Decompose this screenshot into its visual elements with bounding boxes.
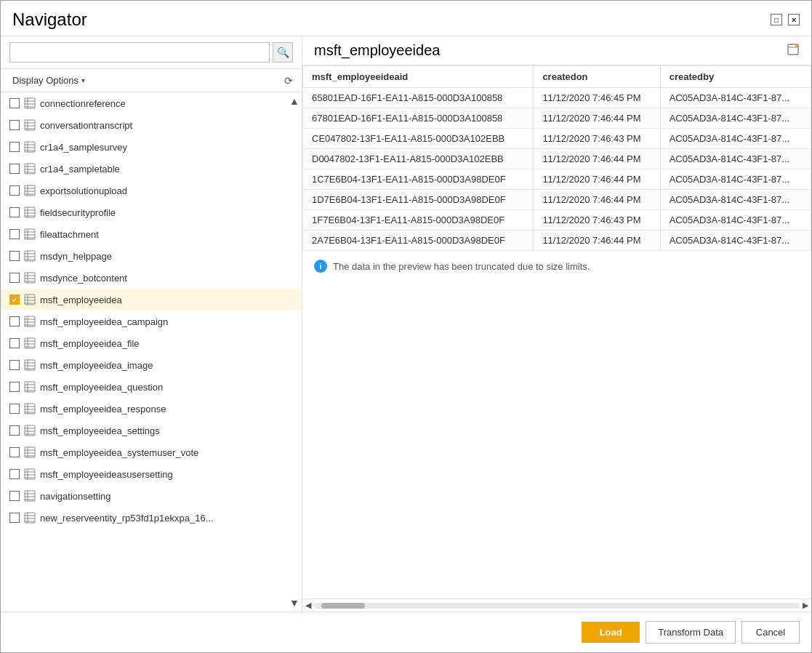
table-icon	[24, 119, 36, 131]
preview-title: msft_employeeidea	[314, 42, 440, 59]
display-options-bar: Display Options ▾ ⟳	[1, 69, 302, 92]
list-item[interactable]: msft_employeeidea_systemuser_vote	[1, 441, 302, 463]
list-item[interactable]: cr1a4_samplesurvey	[1, 136, 302, 158]
table-cell-createdby: AC05AD3A-814C-43F1-87...	[660, 210, 811, 231]
list-item-checkbox[interactable]	[9, 251, 20, 261]
h-scrollbar-track	[314, 603, 800, 609]
list-item[interactable]: fileattachment	[1, 223, 302, 245]
table-icon	[24, 228, 36, 240]
list-item[interactable]: msft_employeeidea	[1, 289, 302, 311]
list-item-name: new_reserveentity_rp53fd1p1ekxpa_16...	[40, 513, 214, 524]
list-item[interactable]: navigationsetting	[1, 485, 302, 507]
list-item-name: msft_employeeidea_question	[40, 382, 163, 393]
table-cell-msft_employeeideaid: CE047802-13F1-EA11-A815-000D3A102EBB	[303, 129, 534, 149]
table-cell-createdon: 11/12/2020 7:46:44 PM	[534, 149, 660, 169]
preview-table: msft_employeeideaidcreatedoncreatedby 65…	[302, 65, 811, 251]
list-item-checkbox[interactable]	[9, 404, 20, 414]
list-item[interactable]: msft_employeeidea_settings	[1, 420, 302, 441]
search-icon: 🔍	[277, 47, 289, 58]
load-button[interactable]: Load	[582, 622, 640, 643]
list-item-checkbox[interactable]	[9, 207, 20, 217]
h-scrollbar-thumb[interactable]	[321, 603, 365, 609]
list-item-checkbox[interactable]	[9, 229, 20, 239]
list-item[interactable]: msft_employeeidea_response	[1, 398, 302, 420]
table-cell-msft_employeeideaid: 1F7E6B04-13F1-EA11-A815-000D3A98DE0F	[303, 210, 534, 231]
restore-button[interactable]: □	[771, 14, 782, 25]
title-bar: Navigator □ ✕	[1, 1, 811, 36]
h-scroll-left-arrow[interactable]: ◀	[305, 601, 311, 610]
list-item[interactable]: msdyn_helppage	[1, 245, 302, 267]
table-header-createdon: createdon	[534, 66, 660, 88]
list-item-checkbox[interactable]	[9, 513, 20, 523]
list-item-checkbox[interactable]	[9, 142, 20, 152]
list-item[interactable]: msdynce_botcontent	[1, 267, 302, 289]
table-header-msft_employeeideaid: msft_employeeideaid	[303, 66, 534, 88]
list-item-name: conversationtranscript	[40, 120, 132, 131]
display-options-button[interactable]: Display Options ▾	[9, 73, 88, 87]
table-cell-createdon: 11/12/2020 7:46:44 PM	[534, 190, 660, 210]
scroll-down-button[interactable]: ▼	[289, 597, 300, 609]
list-item-checkbox[interactable]	[9, 469, 20, 479]
search-input[interactable]	[9, 42, 270, 63]
list-item-checkbox[interactable]	[9, 185, 20, 196]
list-item[interactable]: msft_employeeidea_image	[1, 354, 302, 376]
table-cell-msft_employeeideaid: 2A7E6B04-13F1-EA11-A815-000D3A98DE0F	[303, 231, 534, 251]
list-item-checkbox[interactable]	[9, 316, 20, 326]
list-item[interactable]: new_reserveentity_rp53fd1p1ekxpa_16...	[1, 507, 302, 529]
search-button[interactable]: 🔍	[273, 42, 293, 63]
transform-data-button[interactable]: Transform Data	[646, 621, 736, 644]
chevron-down-icon: ▾	[81, 76, 85, 84]
list-item-checkbox[interactable]	[9, 491, 20, 501]
preview-header: msft_employeeidea	[302, 36, 811, 65]
list-item-checkbox[interactable]	[9, 360, 20, 370]
table-row: 65801EAD-16F1-EA11-A815-000D3A10085811/1…	[303, 88, 811, 108]
list-item-checkbox[interactable]	[9, 425, 20, 436]
truncated-text: The data in the preview has been truncat…	[333, 261, 590, 272]
table-list: connectionreference conversationtranscri…	[1, 92, 302, 612]
display-options-label: Display Options	[12, 75, 79, 86]
table-cell-msft_employeeideaid: 65801EAD-16F1-EA11-A815-000D3A100858	[303, 88, 534, 108]
table-cell-createdon: 11/12/2020 7:46:44 PM	[534, 169, 660, 190]
table-icon	[24, 359, 36, 371]
table-icon	[24, 468, 36, 480]
scroll-up-button[interactable]: ▲	[289, 95, 300, 107]
list-item[interactable]: msft_employeeidea_campaign	[1, 311, 302, 332]
list-item-name: fieldsecurityprofile	[40, 207, 116, 218]
list-item[interactable]: exportsolutionupload	[1, 180, 302, 201]
table-cell-createdon: 11/12/2020 7:46:44 PM	[534, 108, 660, 129]
list-item-name: msft_employeeidea	[40, 295, 122, 305]
list-item[interactable]: cr1a4_sampletable	[1, 158, 302, 180]
svg-point-102	[795, 44, 798, 47]
list-item-checkbox[interactable]	[9, 273, 20, 283]
list-item-checkbox[interactable]	[9, 98, 20, 108]
dialog-title: Navigator	[12, 9, 87, 30]
table-cell-createdby: AC05AD3A-814C-43F1-87...	[660, 108, 811, 129]
table-icon	[24, 381, 36, 393]
cancel-button[interactable]: Cancel	[741, 621, 800, 644]
list-item-checkbox[interactable]	[9, 120, 20, 130]
list-item[interactable]: connectionreference	[1, 92, 302, 114]
table-cell-createdon: 11/12/2020 7:46:43 PM	[534, 210, 660, 231]
table-cell-createdby: AC05AD3A-814C-43F1-87...	[660, 169, 811, 190]
list-item[interactable]: msft_employeeidea_question	[1, 376, 302, 398]
list-item[interactable]: msft_employeeidea_file	[1, 332, 302, 354]
list-item-name: connectionreference	[40, 98, 126, 109]
list-item-checkbox[interactable]	[9, 338, 20, 348]
list-item-checkbox[interactable]	[9, 447, 20, 457]
close-button[interactable]: ✕	[788, 14, 800, 25]
table-cell-createdby: AC05AD3A-814C-43F1-87...	[660, 129, 811, 149]
dialog-body: 🔍 Display Options ▾ ⟳ ▲ ▼	[1, 36, 811, 612]
list-item[interactable]: conversationtranscript	[1, 114, 302, 136]
refresh-icon[interactable]: ⟳	[284, 75, 293, 87]
list-item-checkbox[interactable]	[9, 164, 20, 174]
table-icon	[24, 425, 36, 436]
list-item[interactable]: fieldsecurityprofile	[1, 201, 302, 223]
preview-refresh-icon[interactable]	[787, 43, 800, 59]
data-table-container: msft_employeeideaidcreatedoncreatedby 65…	[302, 65, 811, 598]
list-item[interactable]: msft_employeeideasusersetting	[1, 463, 302, 485]
list-item-name: fileattachment	[40, 229, 99, 240]
h-scroll-right-arrow[interactable]: ▶	[803, 601, 808, 610]
list-item-checkbox[interactable]	[9, 295, 20, 305]
list-item-checkbox[interactable]	[9, 382, 20, 392]
table-cell-msft_employeeideaid: 1D7E6B04-13F1-EA11-A815-000D3A98DE0F	[303, 190, 534, 210]
